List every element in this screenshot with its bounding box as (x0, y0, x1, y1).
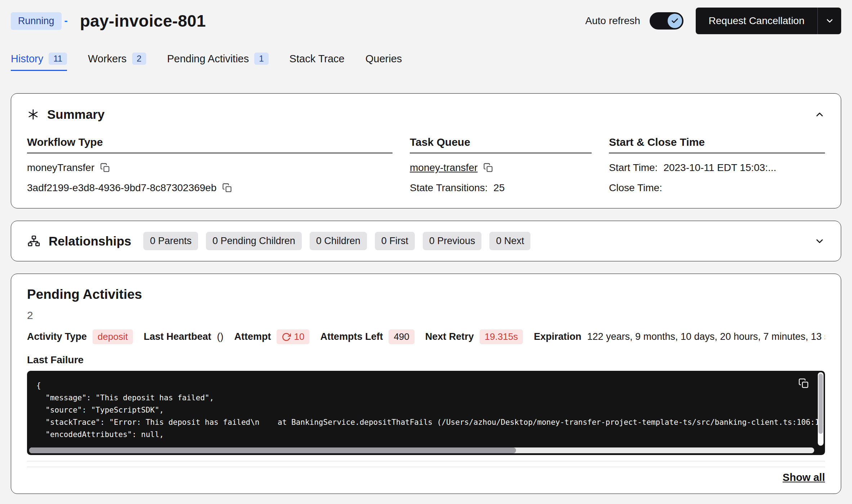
tab-bar: History 11 Workers 2 Pending Activities … (11, 53, 841, 71)
expiration-field: Expiration 122 years, 9 months, 10 days,… (534, 331, 825, 342)
summary-asterisk-icon (27, 108, 39, 121)
state-transitions-label: State Transitions: (410, 182, 488, 194)
attempt-label: Attempt (234, 331, 271, 342)
toggle-knob (668, 14, 682, 28)
pending-children-badge: 0 Pending Children (206, 232, 302, 250)
last-heartbeat-value: () (217, 331, 223, 342)
previous-badge: 0 Previous (423, 232, 482, 250)
cancellation-options-button[interactable] (817, 8, 841, 34)
workflow-type-value: moneyTransfer (27, 162, 94, 174)
last-heartbeat-label: Last Heartbeat (144, 331, 211, 342)
chevron-down-icon (814, 236, 825, 247)
attempt-badge: 10 (277, 329, 309, 344)
summary-card: Summary Workflow Type moneyTransfer (11, 93, 841, 208)
tab-history[interactable]: History 11 (11, 53, 67, 71)
vertical-scrollbar[interactable] (818, 372, 824, 446)
task-queue-column: Task Queue money-transfer State Transiti… (410, 136, 592, 194)
tab-label: Stack Trace (290, 53, 345, 65)
next-retry-badge: 19.315s (480, 329, 523, 344)
next-retry-label: Next Retry (425, 331, 474, 342)
copy-icon (222, 183, 232, 193)
task-queue-link[interactable]: money-transfer (410, 162, 477, 174)
chevron-down-icon (825, 16, 834, 26)
show-all-row: Show all (27, 472, 825, 483)
start-time-value: 2023-10-11 EDT 15:03:... (663, 162, 776, 174)
horizontal-scrollbar-thumb[interactable] (29, 447, 516, 453)
activity-type-badge: deposit (93, 329, 133, 344)
last-failure-label: Last Failure (27, 354, 825, 366)
parents-badge: 0 Parents (143, 232, 198, 250)
attempts-left-field: Attempts Left 490 (320, 329, 414, 344)
relationships-title: Relationships (49, 234, 131, 248)
tab-label: Queries (366, 53, 402, 65)
tab-pending-activities[interactable]: Pending Activities 1 (167, 53, 269, 71)
copy-icon (798, 378, 809, 389)
status-loading-indicator: - (64, 15, 68, 27)
header: Running - pay-invoice-801 Auto refresh R… (11, 7, 841, 35)
tab-workers[interactable]: Workers 2 (88, 53, 146, 71)
time-header: Start & Close Time (609, 136, 825, 153)
next-badge: 0 Next (489, 232, 530, 250)
request-cancellation-button[interactable]: Request Cancellation (696, 8, 817, 34)
expiration-label: Expiration (534, 331, 581, 342)
page-title: pay-invoice-801 (80, 11, 206, 31)
time-column: Start & Close Time Start Time: 2023-10-1… (609, 136, 825, 194)
workflow-detail-page: Running - pay-invoice-801 Auto refresh R… (0, 0, 852, 504)
pending-activities-card: Pending Activities 2 Activity Type depos… (11, 274, 841, 494)
run-id-value: 3adf2199-e3d8-4936-9bd7-8c87302369eb (27, 182, 216, 194)
workflow-type-column: Workflow Type moneyTransfer 3adf2199-e3d… (27, 136, 393, 194)
check-icon (671, 17, 679, 25)
task-queue-header: Task Queue (410, 136, 592, 153)
copy-icon (483, 163, 493, 173)
retry-icon (282, 332, 291, 342)
relationships-expand-button[interactable] (814, 236, 825, 247)
relationships-card: Relationships 0 Parents 0 Pending Childr… (11, 221, 841, 261)
attempt-field: Attempt 10 (234, 329, 309, 344)
horizontal-scrollbar[interactable] (29, 447, 814, 453)
children-badge: 0 Children (310, 232, 367, 250)
state-transitions-value: 25 (493, 182, 505, 194)
row-divider (27, 467, 825, 467)
chevron-up-icon (814, 109, 825, 120)
summary-collapse-button[interactable] (814, 109, 825, 120)
failure-json: { "message": "This deposit has failed", … (36, 379, 800, 441)
auto-refresh-label: Auto refresh (585, 15, 640, 27)
status-badge: Running (11, 12, 62, 30)
start-time-label: Start Time: (609, 162, 658, 174)
attempts-left-label: Attempts Left (320, 331, 383, 342)
copy-workflow-type-button[interactable] (100, 163, 110, 173)
last-heartbeat-field: Last Heartbeat () (144, 331, 224, 342)
copy-icon (100, 163, 110, 173)
summary-title: Summary (47, 107, 105, 122)
workflow-type-header: Workflow Type (27, 136, 393, 153)
request-cancellation-split-button: Request Cancellation (696, 8, 841, 34)
tab-label: Workers (88, 53, 126, 65)
row-divider (27, 461, 825, 462)
summary-header: Summary (27, 107, 825, 122)
attempt-value: 10 (294, 331, 304, 342)
tab-label: History (11, 53, 43, 65)
tab-count-badge: 2 (132, 53, 146, 65)
show-all-link[interactable]: Show all (783, 472, 825, 483)
last-failure-code-block: { "message": "This deposit has failed", … (27, 371, 825, 455)
activity-summary-row: Activity Type deposit Last Heartbeat () … (27, 329, 825, 344)
copy-failure-button[interactable] (798, 378, 809, 389)
first-badge: 0 First (375, 232, 415, 250)
next-retry-field: Next Retry 19.315s (425, 329, 523, 344)
pending-activities-title: Pending Activities (27, 287, 825, 302)
attempts-left-badge: 490 (389, 329, 414, 344)
tab-queries[interactable]: Queries (366, 53, 402, 71)
vertical-scrollbar-thumb[interactable] (819, 374, 823, 434)
tab-count-badge: 1 (254, 53, 268, 65)
copy-task-queue-button[interactable] (483, 163, 493, 173)
auto-refresh-toggle[interactable] (650, 12, 683, 30)
tab-count-badge: 11 (49, 53, 67, 65)
close-time-label: Close Time: (609, 182, 662, 194)
pending-activities-count: 2 (27, 309, 825, 321)
summary-grid: Workflow Type moneyTransfer 3adf2199-e3d… (27, 136, 825, 194)
tab-label: Pending Activities (167, 53, 249, 65)
activity-type-field: Activity Type deposit (27, 329, 133, 344)
expiration-value: 122 years, 9 months, 10 days, 20 hours, … (587, 331, 825, 342)
copy-run-id-button[interactable] (222, 183, 232, 193)
tab-stack-trace[interactable]: Stack Trace (290, 53, 345, 71)
